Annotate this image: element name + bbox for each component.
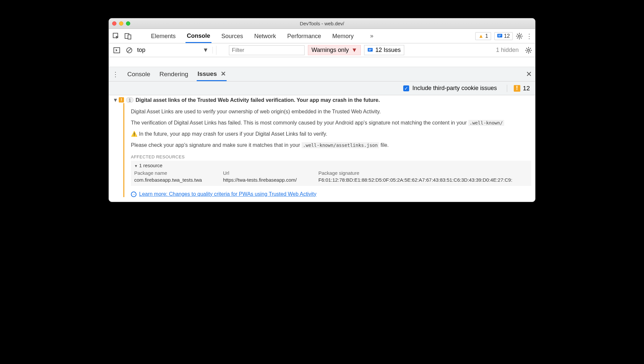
issues-total: ! 12 bbox=[507, 85, 530, 92]
console-settings-icon[interactable] bbox=[525, 47, 532, 54]
console-output-area bbox=[109, 57, 535, 67]
svg-line-12 bbox=[521, 37, 522, 38]
issue-body: Digital Asset Links are used to verify y… bbox=[123, 103, 531, 197]
close-window-button[interactable] bbox=[112, 21, 116, 26]
more-tabs-icon[interactable]: » bbox=[370, 33, 373, 39]
drawer-tab-issues[interactable]: Issues ✕ bbox=[197, 67, 226, 81]
issue-paragraph: Digital Asset Links are used to verify y… bbox=[131, 108, 531, 116]
filter-input[interactable] bbox=[229, 45, 305, 55]
column-header: Package name bbox=[134, 170, 220, 176]
svg-line-28 bbox=[530, 52, 531, 53]
svg-rect-3 bbox=[497, 34, 502, 37]
messages-count: 12 bbox=[504, 33, 510, 39]
device-toggle-icon[interactable] bbox=[123, 32, 133, 41]
devtools-window: DevTools - web.dev/ Elements Console Sou… bbox=[109, 18, 535, 202]
issue-count-pill: 1 bbox=[126, 97, 134, 103]
traffic-lights bbox=[112, 21, 130, 26]
cell-signature: F6:01:12:78:BD:E1:88:52:D5:0F:05:2A:5E:6… bbox=[318, 177, 528, 183]
code-snippet: .well-known/ bbox=[468, 120, 504, 126]
svg-rect-19 bbox=[368, 48, 373, 52]
issues-button[interactable]: 12 Issues bbox=[364, 45, 404, 55]
issues-total-count: 12 bbox=[523, 85, 530, 92]
settings-icon[interactable] bbox=[516, 33, 523, 39]
include-third-party-checkbox[interactable]: ✓ bbox=[403, 85, 409, 91]
live-expression-icon[interactable] bbox=[216, 46, 226, 55]
issue-paragraph: Please check your app's signature and ma… bbox=[131, 141, 531, 149]
messages-chip[interactable]: 12 bbox=[494, 32, 513, 40]
inspect-element-icon[interactable] bbox=[111, 32, 121, 41]
drawer-close-icon[interactable]: ✕ bbox=[526, 70, 532, 79]
drawer-tabs: ⋮ Console Rendering Issues ✕ ✕ bbox=[109, 67, 535, 81]
drawer-tab-issues-label: Issues bbox=[197, 70, 217, 77]
cell-package: com.firebaseapp.twa_tests.twa bbox=[134, 177, 220, 183]
issue-header[interactable]: ▼ ! 1 Digital asset links of the Trusted… bbox=[113, 97, 531, 103]
svg-line-30 bbox=[530, 48, 531, 49]
resource-count: 1 resource bbox=[139, 163, 162, 168]
svg-line-13 bbox=[517, 37, 518, 38]
main-tabs: Elements Console Sources Network Perform… bbox=[150, 29, 373, 43]
svg-point-6 bbox=[518, 35, 520, 37]
context-selector[interactable]: top ▼ bbox=[137, 47, 213, 54]
tab-console[interactable]: Console bbox=[186, 29, 211, 43]
include-third-party-label: Include third-party cookie issues bbox=[412, 85, 497, 92]
message-icon bbox=[368, 48, 373, 53]
expand-icon[interactable]: ▼ bbox=[113, 97, 117, 103]
resource-table: Package name Url Package signature com.f… bbox=[134, 170, 528, 183]
console-toolbar: top ▼ Warnings only ▼ 12 Issues 1 hidden bbox=[109, 43, 535, 57]
tab-elements[interactable]: Elements bbox=[150, 30, 177, 42]
context-value: top bbox=[137, 47, 145, 54]
warning-icon: ▲ bbox=[478, 33, 483, 39]
column-header: Package signature bbox=[318, 170, 528, 176]
tab-network[interactable]: Network bbox=[253, 30, 277, 42]
affected-resources: ▼ 1 resource Package name Url Package si… bbox=[131, 161, 531, 186]
cell-url: https://twa-tests.firebaseapp.com/ bbox=[223, 177, 315, 183]
svg-rect-2 bbox=[128, 35, 131, 39]
message-icon bbox=[497, 34, 502, 38]
toggle-sidebar-icon[interactable] bbox=[112, 46, 121, 55]
chevron-down-icon: ▼ bbox=[203, 47, 209, 54]
svg-line-17 bbox=[127, 48, 131, 52]
issues-toolbar: ✓ Include third-party cookie issues ! 12 bbox=[109, 81, 535, 95]
svg-line-27 bbox=[526, 48, 527, 49]
more-menu-icon[interactable]: ⋮ bbox=[526, 32, 533, 40]
chevron-down-icon: ▼ bbox=[351, 47, 357, 54]
titlebar: DevTools - web.dev/ bbox=[109, 18, 535, 29]
level-value: Warnings only bbox=[311, 47, 349, 54]
code-snippet: .well-known/assetlinks.json bbox=[302, 142, 379, 148]
minimize-window-button[interactable] bbox=[119, 21, 123, 26]
log-level-select[interactable]: Warnings only ▼ bbox=[308, 45, 361, 55]
warnings-chip[interactable]: ▲ 1 bbox=[475, 32, 491, 40]
maximize-window-button[interactable] bbox=[126, 21, 130, 26]
tab-performance[interactable]: Performance bbox=[286, 30, 322, 42]
issue-paragraph: ⚠️ In the future, your app may crash for… bbox=[131, 130, 531, 138]
drawer-tab-rendering[interactable]: Rendering bbox=[159, 68, 189, 80]
main-toolbar: Elements Console Sources Network Perform… bbox=[109, 29, 535, 43]
drawer-tab-console[interactable]: Console bbox=[127, 68, 151, 80]
svg-line-14 bbox=[521, 34, 522, 35]
column-header: Url bbox=[223, 170, 315, 176]
tab-memory[interactable]: Memory bbox=[331, 30, 355, 42]
warnings-count: 1 bbox=[485, 33, 488, 39]
svg-rect-21 bbox=[369, 50, 371, 51]
issue-flag-icon: ! bbox=[514, 85, 520, 92]
issue-paragraph: The verification of Digital Asset Links … bbox=[131, 119, 531, 127]
hidden-count[interactable]: 1 hidden bbox=[496, 47, 519, 54]
resource-toggle[interactable]: ▼ 1 resource bbox=[134, 163, 528, 168]
svg-line-11 bbox=[517, 34, 518, 35]
affected-resources-label: AFFECTED RESOURCES bbox=[131, 154, 531, 159]
tab-sources[interactable]: Sources bbox=[220, 30, 244, 42]
arrow-right-icon: → bbox=[131, 192, 136, 197]
window-title: DevTools - web.dev/ bbox=[109, 21, 535, 26]
svg-rect-20 bbox=[369, 49, 372, 50]
issue-flag-icon: ! bbox=[119, 97, 124, 102]
issues-label: 12 Issues bbox=[375, 47, 401, 54]
close-tab-icon[interactable]: ✕ bbox=[221, 70, 226, 77]
issues-list: ▼ ! 1 Digital asset links of the Trusted… bbox=[109, 95, 535, 202]
learn-more: → Learn more: Changes to quality criteri… bbox=[131, 191, 531, 197]
drawer-menu-icon[interactable]: ⋮ bbox=[112, 70, 119, 78]
warning-icon: ⚠️ bbox=[131, 131, 137, 137]
learn-more-link[interactable]: Learn more: Changes to quality criteria … bbox=[139, 191, 316, 197]
clear-console-icon[interactable] bbox=[125, 46, 134, 55]
svg-rect-4 bbox=[498, 35, 501, 35]
issue-title: Digital asset links of the Trusted Web A… bbox=[136, 97, 380, 103]
